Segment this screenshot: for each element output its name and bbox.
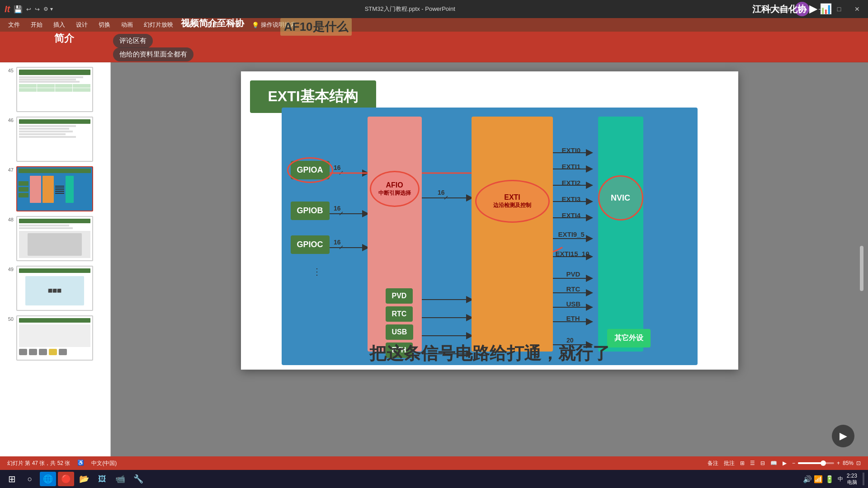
exti1-label: EXTI1	[562, 163, 581, 170]
zoom-minus[interactable]: −	[792, 460, 795, 466]
exti0-label: EXTI0	[562, 146, 581, 154]
tab-design[interactable]: 设计	[71, 19, 92, 31]
date-display: 电脑	[847, 479, 857, 486]
view-present-icon[interactable]: ▶	[783, 460, 787, 466]
slide-thumb-46[interactable]	[16, 117, 93, 162]
slide-canvas: EXTI基本结构 16 16 16	[241, 71, 738, 370]
taskbar-photos[interactable]: 🖼	[94, 472, 110, 486]
ribbon-tabs: 文件 开始 插入 设计 切换 动画 幻灯片放映 审阅 视图 帮助 💡 操作说明搜…	[0, 18, 868, 32]
taskbar-edge[interactable]: 🌐	[40, 472, 56, 486]
slide-thumb-47[interactable]	[16, 166, 93, 211]
slide-panel[interactable]: 45	[0, 62, 111, 474]
comment-text-1: 评论区有	[119, 37, 146, 44]
title-bar-title: STM32入门教程.pptx - PowerPoint	[53, 5, 767, 13]
exti-column	[472, 117, 553, 352]
slide-thumb-48[interactable]	[16, 216, 93, 261]
clock: 2:23 电脑	[847, 473, 857, 486]
title-bar-left: It 💾 ↩ ↪ ⚙ ▾	[5, 4, 53, 14]
bilibili-label: 江科大自化协 ▶ 📊	[752, 0, 868, 18]
taskbar-powerpoint[interactable]: 🔴	[58, 472, 74, 486]
zoom-fit-icon[interactable]: ⊡	[856, 460, 861, 466]
start-button[interactable]: ⊞	[4, 471, 20, 487]
status-left: 幻灯片 第 47 张，共 52 张 ♿ 中文(中国)	[7, 460, 117, 467]
slide-num-46: 46	[5, 117, 14, 123]
slide-subtitle: 把这条信号电路给打通，就行了	[241, 342, 738, 365]
slide-num-45: 45	[5, 67, 14, 73]
taskbar-app6[interactable]: 🔧	[130, 472, 146, 486]
vertical-scrollbar[interactable]	[860, 246, 863, 291]
svg-text:16: 16	[334, 164, 341, 171]
other-peripherals-text: 其它外设	[614, 334, 643, 342]
comments-button[interactable]: 批注	[724, 460, 735, 467]
slide-thumb-45[interactable]	[16, 67, 93, 112]
tab-home[interactable]: 开始	[26, 19, 47, 31]
taskbar-settings[interactable]: 📹	[112, 472, 128, 486]
zoom-level-display: 85%	[843, 460, 854, 466]
svg-text:16: 16	[334, 239, 341, 246]
language-indicator: 中文(中国)	[91, 460, 117, 467]
nvic-column	[598, 117, 643, 352]
rtc-box: RTC	[386, 306, 413, 322]
tab-slideshow[interactable]: 幻灯片放映	[139, 19, 178, 31]
quick-customize[interactable]: ⚙ ▾	[43, 6, 52, 12]
slide-title-text: EXTI基本结构	[268, 88, 358, 104]
slide-item-45[interactable]: 45	[4, 66, 107, 113]
slide-count: 幻灯片 第 47 张，共 52 张	[7, 460, 70, 467]
view-normal-icon[interactable]: ⊞	[740, 460, 745, 466]
tab-insert[interactable]: 插入	[49, 19, 70, 31]
gpioc-box: GPIOC	[291, 235, 330, 254]
slide-item-46[interactable]: 46	[4, 116, 107, 163]
quick-redo[interactable]: ↪	[35, 6, 40, 13]
svg-text:16: 16	[334, 205, 341, 212]
notes-button[interactable]: 备注	[708, 460, 718, 467]
exti3-label: EXTI3	[562, 195, 581, 203]
video-title-overlay: 视频简介至科协	[181, 17, 244, 29]
slide-item-47[interactable]: 47	[4, 165, 107, 212]
zoom-plus[interactable]: +	[837, 460, 840, 466]
slide-thumb-50[interactable]	[16, 315, 93, 361]
view-outline-icon[interactable]: ☰	[750, 460, 755, 466]
slide-num-49: 49	[5, 266, 14, 272]
afio-question-overlay: AF10是什么	[280, 18, 352, 36]
slide-num-50: 50	[5, 315, 14, 322]
pvd-label: PVD	[392, 292, 407, 300]
slide-item-49[interactable]: 49 ⬛⬛⬛	[4, 265, 107, 312]
search-button[interactable]: ○	[22, 471, 38, 487]
comment-box-2: 他给的资料里面全都有	[113, 47, 193, 61]
video-title-text: 视频简介至科协	[181, 18, 244, 28]
svg-text:⋮: ⋮	[312, 267, 321, 277]
time-display: 2:23	[847, 473, 857, 479]
view-reading-icon[interactable]: 📖	[770, 460, 777, 466]
rtc-exti-label: RTC	[566, 285, 580, 293]
subtitle-text: 把这条信号电路给打通，就行了	[369, 344, 610, 363]
accessibility-icon[interactable]: ♿	[77, 460, 84, 467]
tab-file[interactable]: 文件	[4, 19, 24, 31]
gpioc-label: GPIOC	[297, 240, 323, 249]
svg-line-5	[340, 212, 343, 215]
status-bar: 幻灯片 第 47 张，共 52 张 ♿ 中文(中国) 备注 批注 ⊞ ☰ ⊟ 📖…	[0, 456, 868, 470]
taskbar-explorer[interactable]: 📂	[76, 472, 92, 486]
slide-item-50[interactable]: 50	[4, 314, 107, 361]
quick-undo[interactable]: ↩	[26, 6, 31, 13]
presentation-title-overlay: 简介	[54, 32, 74, 45]
tab-transitions[interactable]: 切换	[94, 19, 115, 31]
show-desktop[interactable]	[863, 473, 864, 485]
svg-text:16: 16	[438, 189, 445, 196]
slide-item-48[interactable]: 48	[4, 215, 107, 262]
bilibili-play-button[interactable]: ▶	[832, 425, 854, 447]
bilibili-text: 江科大自化协	[752, 3, 807, 15]
view-sorter-icon[interactable]: ⊟	[760, 460, 765, 466]
svg-line-8	[340, 246, 343, 249]
gpioa-box: GPIOA	[291, 161, 330, 179]
slide-thumb-49[interactable]: ⬛⬛⬛	[16, 266, 93, 311]
zoom-slider[interactable]	[821, 460, 826, 466]
title-bar: It 💾 ↩ ↪ ⚙ ▾ STM32入门教程.pptx - PowerPoint…	[0, 0, 868, 18]
taskbar-right: 🔊 📶 🔋 中 2:23 电脑	[803, 473, 864, 486]
app-logo: It	[5, 4, 10, 14]
taskbar: ⊞ ○ 🌐 🔴 📂 🖼 📹 🔧 🔊 📶 🔋 中 2:23 电脑	[0, 470, 868, 488]
exti-circle-label: EXTI 边沿检测及控制	[475, 180, 550, 223]
quick-save[interactable]: 💾	[14, 5, 23, 14]
tab-animations[interactable]: 动画	[117, 19, 137, 31]
gpiob-label: GPIOB	[297, 206, 323, 215]
nvic-text: NVIC	[611, 193, 630, 203]
